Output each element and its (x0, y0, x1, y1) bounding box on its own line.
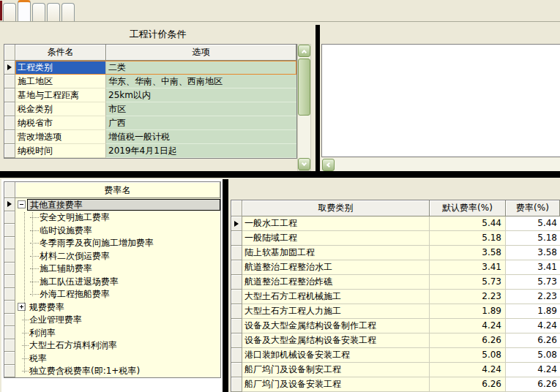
row-indicator[interactable] (231, 348, 242, 363)
row-indicator[interactable] (4, 326, 15, 339)
row-indicator[interactable] (231, 246, 242, 260)
selected-tree-node[interactable]: 其他直接费率 (27, 199, 220, 211)
scrollbar-thumb[interactable] (298, 59, 310, 116)
condition-option-cell[interactable]: 广西 (106, 116, 296, 130)
rate-cell[interactable]: 6.26 (506, 377, 560, 392)
tab[interactable] (32, 3, 45, 21)
row-indicator[interactable] (4, 314, 15, 327)
tree-node[interactable]: 材料二次倒运费率 (15, 249, 220, 263)
row-indicator[interactable] (4, 88, 15, 102)
default-rate-cell[interactable]: 5.73 (430, 275, 506, 290)
rate-cell[interactable]: 3.41 (506, 260, 560, 275)
bottom-vertical-splitter[interactable] (223, 179, 228, 392)
tree-node[interactable]: 外海工程拖船费率 (15, 288, 220, 301)
right-panel-horizontal-scrollbar[interactable] (321, 158, 560, 172)
default-rate-cell[interactable]: 3.41 (430, 260, 506, 275)
row-indicator[interactable] (231, 290, 242, 304)
condition-name-cell[interactable]: 基地与工程距离 (15, 88, 106, 102)
fee-category-cell[interactable]: 大型土石方工程机械施工 (242, 290, 430, 304)
row-indicator[interactable] (4, 116, 15, 130)
rate-table-row[interactable]: 陆上软基加固工程 3.58 3.58 (231, 246, 560, 260)
row-indicator[interactable] (4, 224, 15, 237)
row-indicator[interactable] (231, 363, 242, 377)
default-rate-cell[interactable]: 3.58 (430, 246, 506, 260)
rate-table-row[interactable]: 船厂坞门及设备安装工程 6.26 6.26 (231, 377, 560, 392)
row-indicator[interactable] (231, 377, 242, 392)
row-indicator[interactable] (4, 352, 15, 365)
row-indicator[interactable] (4, 365, 15, 378)
row-indicator[interactable] (4, 249, 15, 263)
tree-node[interactable]: 冬季雨季及夜间施工增加费率 (15, 237, 220, 250)
rate-tree-row[interactable]: 利润率 (4, 326, 220, 339)
fee-category-cell[interactable]: 航道整治工程整治炸礁 (242, 275, 430, 290)
row-indicator[interactable] (4, 288, 15, 301)
pricing-condition-row[interactable]: 基地与工程距离 25km以内 (4, 88, 296, 102)
row-indicator[interactable] (4, 301, 15, 314)
row-indicator[interactable] (231, 304, 242, 319)
fee-category-cell[interactable]: 陆上软基加固工程 (242, 246, 430, 260)
left-panel-vertical-scrollbar[interactable] (297, 44, 311, 171)
condition-name-cell[interactable]: 税金类别 (15, 102, 106, 116)
condition-option-cell[interactable]: 2019年4月1日起 (106, 144, 296, 158)
rate-cell[interactable]: 2.23 (506, 290, 560, 304)
rate-tree-row[interactable]: 独立费含税费率(即:1+税率) (4, 365, 220, 378)
tree-node[interactable]: 独立费含税费率(即:1+税率) (15, 365, 220, 378)
condition-option-cell[interactable]: 增值税一般计税 (106, 130, 296, 144)
fee-category-cell[interactable]: 港口装卸机械设备安装工程 (242, 348, 430, 363)
default-rate-cell[interactable]: 5.44 (430, 216, 506, 231)
tree-node[interactable]: 利润率 (15, 326, 220, 339)
default-rate-cell[interactable]: 6.26 (430, 333, 506, 348)
tree-node[interactable]: 施工辅助费率 (15, 263, 220, 276)
tree-node[interactable]: 其他直接费率 (15, 198, 220, 211)
row-indicator[interactable] (231, 319, 242, 333)
rate-cell[interactable]: 3.58 (506, 246, 560, 260)
rate-table-row[interactable]: 大型土石方工程机械施工 2.23 2.23 (231, 290, 560, 304)
row-indicator[interactable] (4, 211, 15, 225)
row-indicator[interactable] (4, 75, 15, 88)
rate-tree-row[interactable]: 规费费率 (4, 301, 220, 314)
rate-table-row[interactable]: 设备及大型金属结构设备制作工程 4.24 4.24 (231, 319, 560, 333)
tree-node[interactable]: 安全文明施工费率 (15, 211, 220, 225)
row-indicator[interactable] (231, 231, 242, 246)
rate-table-row[interactable]: 航道整治工程整治水工 3.41 3.41 (231, 260, 560, 275)
row-indicator[interactable] (231, 216, 242, 231)
rate-tree-row[interactable]: 税率 (4, 352, 220, 365)
fee-category-cell[interactable]: 大型土石方工程人力施工 (242, 304, 430, 319)
default-rate-cell[interactable]: 5.08 (430, 348, 506, 363)
rate-tree-row[interactable]: 大型土石方填料利润率 (4, 339, 220, 353)
fee-category-cell[interactable]: 设备及大型金属结构设备制作工程 (242, 319, 430, 333)
condition-name-cell[interactable]: 施工地区 (15, 75, 106, 88)
tab[interactable] (47, 3, 60, 21)
fee-category-cell[interactable]: 一般水工工程 (242, 216, 430, 231)
fee-category-cell[interactable]: 一般陆域工程 (242, 231, 430, 246)
rate-table-row[interactable]: 设备及大型金属结构设备安装工程 6.26 6.26 (231, 333, 560, 348)
default-rate-cell[interactable]: 2.23 (430, 290, 506, 304)
pricing-condition-row[interactable]: 税金类别 市区 (4, 102, 296, 116)
condition-option-cell[interactable]: 市区 (106, 102, 296, 116)
tree-node[interactable]: 大型土石方填料利润率 (15, 339, 220, 353)
rate-table-row[interactable]: 一般水工工程 5.44 5.44 (231, 216, 560, 231)
pricing-condition-row[interactable]: 施工地区 华东、华南、中南、西南地区 (4, 75, 296, 88)
rate-tree-row[interactable]: 其他直接费率 (4, 198, 220, 211)
row-indicator[interactable] (4, 339, 15, 353)
tree-node[interactable]: 规费费率 (15, 301, 220, 314)
pricing-condition-row[interactable]: 纳税时间 2019年4月1日起 (4, 144, 296, 158)
row-indicator[interactable] (4, 130, 15, 144)
condition-name-cell[interactable]: 纳税省市 (15, 116, 106, 130)
tab[interactable] (61, 3, 75, 21)
rate-tree-row[interactable]: 外海工程拖船费率 (4, 288, 220, 301)
rate-cell[interactable]: 4.24 (506, 319, 560, 333)
fee-category-cell[interactable]: 船厂坞门及设备安装工程 (242, 377, 430, 392)
tree-node[interactable]: 施工队伍进退场费率 (15, 275, 220, 288)
rate-cell[interactable]: 5.73 (506, 275, 560, 290)
condition-name-cell[interactable]: 营改增选项 (15, 130, 106, 144)
rate-table-row[interactable]: 船厂坞门及设备制安工程 4.24 4.24 (231, 363, 560, 377)
default-rate-cell[interactable]: 1.89 (430, 304, 506, 319)
tree-node[interactable]: 企业管理费率 (15, 314, 220, 327)
tree-collapse-icon[interactable] (18, 200, 26, 208)
tab[interactable] (3, 3, 16, 21)
rate-cell[interactable]: 6.26 (506, 333, 560, 348)
row-indicator[interactable] (4, 198, 15, 211)
row-indicator[interactable] (4, 144, 15, 158)
scroll-up-button[interactable] (298, 45, 310, 57)
